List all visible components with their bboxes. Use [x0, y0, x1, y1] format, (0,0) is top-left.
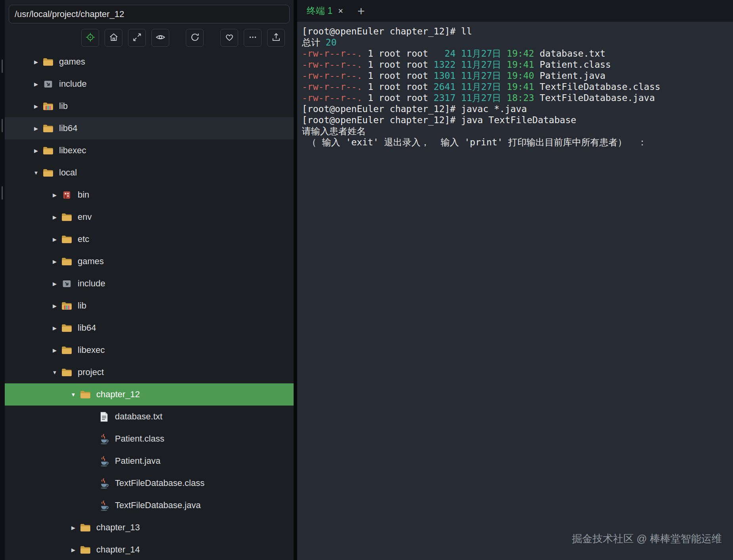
- terminal-tab-label: 终端 1: [307, 5, 332, 17]
- chevron-right-icon[interactable]: ▶: [49, 236, 61, 242]
- locate-button[interactable]: [81, 29, 99, 47]
- tree-item-label: libexec: [78, 345, 105, 355]
- tree-item-games[interactable]: ▶games: [5, 51, 294, 73]
- home-button[interactable]: [105, 29, 122, 47]
- folder-include-icon: [61, 279, 73, 288]
- ellipsis-icon: [248, 32, 258, 44]
- tree-item-TextFileDatabase.class[interactable]: TextFileDatabase.class: [5, 472, 294, 494]
- terminal-line: [root@openEuler chapter_12]# javac *.jav…: [302, 103, 728, 114]
- new-tab-button[interactable]: +: [357, 5, 365, 17]
- terminal-line: -rw-r--r--. 1 root root 24 11月27日 19:42 …: [302, 48, 728, 59]
- tree-item-TextFileDatabase.java[interactable]: TextFileDatabase.java: [5, 494, 294, 516]
- close-icon[interactable]: ×: [338, 6, 343, 16]
- chevron-right-icon[interactable]: ▶: [49, 347, 61, 353]
- tree-item-env[interactable]: ▶env: [5, 206, 294, 228]
- tree-item-label: env: [78, 212, 92, 222]
- terminal-line: 请输入患者姓名: [302, 126, 728, 137]
- chevron-right-icon[interactable]: ▶: [30, 59, 42, 65]
- folder-icon: [79, 523, 91, 532]
- chevron-right-icon[interactable]: ▶: [67, 547, 79, 553]
- chevron-right-icon[interactable]: ▶: [49, 325, 61, 331]
- expand-button[interactable]: [128, 29, 146, 47]
- folder-icon: [61, 213, 73, 222]
- chevron-right-icon[interactable]: ▶: [49, 281, 61, 287]
- folder-icon: [42, 124, 54, 133]
- refresh-button[interactable]: [186, 29, 204, 47]
- tree-item-local[interactable]: ▼local: [5, 162, 294, 184]
- tree-item-label: etc: [78, 234, 89, 244]
- favorite-button[interactable]: [220, 29, 238, 47]
- more-button[interactable]: [244, 29, 262, 47]
- tree-item-games[interactable]: ▶games: [5, 250, 294, 272]
- folder-icon: [42, 168, 54, 177]
- file-java-icon: [98, 500, 110, 511]
- folder-icon: [42, 146, 54, 155]
- folder-icon: [61, 346, 73, 355]
- chevron-right-icon[interactable]: ▶: [49, 214, 61, 220]
- tree-item-label: lib: [78, 301, 86, 311]
- file-tree: ▶games▶include▶lib▶lib64▶libexec▼local▶b…: [5, 51, 294, 560]
- chevron-right-icon[interactable]: ▶: [49, 259, 61, 265]
- file-toolbar: [5, 29, 294, 47]
- chevron-right-icon[interactable]: ▶: [30, 126, 42, 131]
- expand-arrows-icon: [132, 32, 142, 44]
- folder-lib-icon: [61, 301, 73, 310]
- tree-item-label: bin: [78, 190, 89, 200]
- file-java-icon: [98, 434, 110, 444]
- tree-item-chapter_14[interactable]: ▶chapter_14: [5, 539, 294, 560]
- file-java-icon: [98, 456, 110, 467]
- tree-item-libexec[interactable]: ▶libexec: [5, 139, 294, 162]
- terminal-line: -rw-r--r--. 1 root root 1322 11月27日 19:4…: [302, 59, 728, 70]
- tree-item-lib[interactable]: ▶lib: [5, 95, 294, 117]
- tree-item-Patient.java[interactable]: Patient.java: [5, 450, 294, 472]
- tree-item-label: chapter_14: [96, 545, 140, 555]
- tree-item-project[interactable]: ▼project: [5, 361, 294, 383]
- chevron-right-icon[interactable]: ▶: [67, 525, 79, 531]
- panel-divider[interactable]: [294, 0, 297, 560]
- crosshair-icon: [85, 32, 95, 44]
- folder-icon: [42, 57, 54, 67]
- folder-include-icon: [42, 80, 54, 89]
- file-java-icon: [98, 478, 110, 489]
- tree-item-libexec[interactable]: ▶libexec: [5, 339, 294, 361]
- eye-icon: [155, 32, 166, 44]
- tree-item-chapter_12[interactable]: ▼chapter_12: [5, 383, 294, 406]
- upload-button[interactable]: [267, 29, 285, 47]
- chevron-down-icon[interactable]: ▼: [49, 370, 61, 375]
- tree-item-include[interactable]: ▶include: [5, 272, 294, 295]
- terminal-tabbar: 终端 1 × +: [297, 0, 733, 22]
- folder-icon: [61, 324, 73, 333]
- tree-item-label: Patient.class: [115, 434, 164, 444]
- terminal-output[interactable]: [root@openEuler chapter_12]# ll总计 20-rw-…: [297, 22, 733, 152]
- left-edge-strip: [0, 0, 5, 560]
- tree-item-label: include: [59, 79, 87, 89]
- chevron-down-icon[interactable]: ▼: [67, 392, 79, 398]
- tree-item-etc[interactable]: ▶etc: [5, 228, 294, 250]
- tree-item-lib[interactable]: ▶lib: [5, 295, 294, 317]
- tree-item-chapter_13[interactable]: ▶chapter_13: [5, 516, 294, 539]
- tree-item-label: chapter_13: [96, 522, 140, 533]
- chevron-right-icon[interactable]: ▶: [30, 148, 42, 154]
- home-icon: [109, 32, 119, 44]
- terminal-tab[interactable]: 终端 1 ×: [302, 0, 348, 22]
- tree-item-label: include: [78, 278, 105, 289]
- tree-item-lib64[interactable]: ▶lib64: [5, 117, 294, 139]
- tree-item-bin[interactable]: ▶bin: [5, 184, 294, 206]
- chevron-down-icon[interactable]: ▼: [30, 170, 42, 176]
- app-window: ▶games▶include▶lib▶lib64▶libexec▼local▶b…: [0, 0, 733, 560]
- tree-item-include[interactable]: ▶include: [5, 73, 294, 95]
- folder-lib-icon: [42, 102, 54, 111]
- chevron-right-icon[interactable]: ▶: [30, 81, 42, 87]
- path-input[interactable]: [9, 5, 290, 23]
- chevron-right-icon[interactable]: ▶: [49, 192, 61, 198]
- chevron-right-icon[interactable]: ▶: [30, 103, 42, 109]
- tree-item-label: lib64: [59, 123, 77, 133]
- terminal-line: -rw-r--r--. 1 root root 2317 11月27日 18:2…: [302, 92, 728, 103]
- tree-item-Patient.class[interactable]: Patient.class: [5, 428, 294, 450]
- preview-button[interactable]: [151, 29, 169, 47]
- tree-item-lib64[interactable]: ▶lib64: [5, 317, 294, 339]
- file-panel: ▶games▶include▶lib▶lib64▶libexec▼local▶b…: [5, 0, 294, 560]
- chevron-right-icon[interactable]: ▶: [49, 303, 61, 309]
- tree-item-label: lib64: [78, 323, 96, 333]
- tree-item-database.txt[interactable]: database.txt: [5, 406, 294, 428]
